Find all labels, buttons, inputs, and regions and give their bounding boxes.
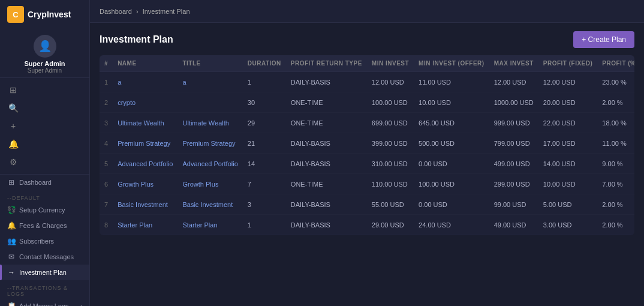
plan-name-link[interactable]: crypto — [118, 99, 136, 106]
cell-min-invest: 699.00 USD — [367, 113, 414, 133]
cell-min-invest-offer: 24.00 USD — [414, 215, 489, 235]
plan-name-link[interactable]: Basic Investment — [182, 201, 233, 208]
cell-name: a — [113, 72, 177, 92]
col-min-invest: MIN INVEST — [367, 55, 414, 72]
plan-name-link[interactable]: Premium Strategy — [182, 140, 235, 147]
plan-name-link[interactable]: Ultimate Wealth — [118, 119, 164, 127]
cell-num: 5 — [100, 154, 113, 174]
profile-name: Super Admin — [24, 60, 65, 67]
col-num: # — [100, 55, 113, 72]
section-transactions: --TRANSACTIONS & LOGS — [0, 280, 89, 298]
cell-num: 2 — [100, 92, 113, 113]
breadcrumb-current: Investment Plan — [143, 8, 190, 15]
home-icon[interactable]: ⊞ — [5, 82, 22, 98]
breadcrumb-home[interactable]: Dashboard — [100, 8, 132, 15]
investment-plan-table-wrap: # NAME TITLE DURATION PROFIT RETURN TYPE… — [100, 55, 634, 235]
messages-icon: ✉ — [7, 253, 16, 261]
add-icon[interactable]: + — [5, 118, 22, 134]
sidebar-item-dashboard[interactable]: ⊞ Dashboard — [0, 175, 89, 190]
plan-name-link[interactable]: Growth Plus — [118, 181, 154, 188]
cell-title: a — [177, 72, 242, 92]
cell-min-invest: 12.00 USD — [367, 72, 414, 92]
plan-name-link[interactable]: a — [182, 79, 186, 86]
cell-title: Ultimate Wealth — [177, 113, 242, 133]
sidebar-item-contact-messages[interactable]: ✉ Contact Messages — [0, 249, 89, 265]
dashboard-icon: ⊞ — [7, 178, 16, 187]
cell-profit-type: DAILY-BASIS — [286, 215, 367, 235]
cell-duration: 29 — [243, 113, 286, 133]
cell-duration: 1 — [243, 215, 286, 235]
cell-num: 1 — [100, 72, 113, 92]
plan-name-link[interactable]: Advanced Portfolio — [118, 160, 173, 167]
cell-profit-fixed: 10.00 USD — [538, 174, 598, 194]
cell-profit-type: DAILY-BASIS — [286, 72, 367, 92]
sidebar-item-investment-plan[interactable]: → Investment Plan — [0, 265, 89, 280]
col-max-invest: MAX INVEST — [489, 55, 538, 72]
sidebar-item-add-money-logs[interactable]: 📋 Add Money Logs › — [0, 298, 89, 306]
cell-title — [177, 92, 242, 113]
settings-icon[interactable]: ⚙ — [5, 154, 22, 170]
cell-profit-pct: 11.00 % — [597, 133, 634, 154]
cell-title: Starter Plan — [177, 215, 242, 235]
col-profit-fixed: PROFIT (FIXED) — [538, 55, 598, 72]
table-row: 7Basic InvestmentBasic Investment3DAILY-… — [100, 194, 634, 215]
cell-profit-type: ONE-TIME — [286, 92, 367, 113]
cell-min-invest-offer: 500.00 USD — [414, 133, 489, 154]
app-name: CrypInvest — [28, 10, 71, 19]
sidebar-profile: 👤 Super Admin Super Admin — [0, 29, 89, 78]
cell-profit-fixed: 22.00 USD — [538, 113, 598, 133]
cell-name: Growth Plus — [113, 174, 177, 194]
plan-name-link[interactable]: Premium Strategy — [118, 140, 170, 147]
plan-name-link[interactable]: Starter Plan — [182, 221, 217, 229]
col-duration: DURATION — [243, 55, 286, 72]
cell-profit-pct: 18.00 % — [597, 113, 634, 133]
cell-profit-pct: 7.00 % — [597, 174, 634, 194]
cell-duration: 14 — [243, 154, 286, 174]
cell-profit-pct: 2.00 % — [597, 92, 634, 113]
cell-profit-type: DAILY-BASIS — [286, 133, 367, 154]
plan-name-link[interactable]: Growth Plus — [182, 181, 218, 188]
plan-name-link[interactable]: Basic Investment — [118, 201, 168, 208]
cell-max-invest: 99.00 USD — [489, 194, 538, 215]
cell-min-invest-offer: 0.00 USD — [414, 194, 489, 215]
bell-icon[interactable]: 🔔 — [5, 136, 22, 152]
plan-name-link[interactable]: Advanced Portfolio — [182, 160, 237, 167]
cell-max-invest: 49.00 USD — [489, 215, 538, 235]
sidebar-item-subscribers[interactable]: 👥 Subscribers — [0, 233, 89, 249]
topbar: Dashboard › Investment Plan — [90, 0, 644, 23]
cell-profit-fixed: 12.00 USD — [538, 72, 598, 92]
cell-name: Starter Plan — [113, 215, 177, 235]
cell-min-invest: 55.00 USD — [367, 194, 414, 215]
table-row: 6Growth PlusGrowth Plus7ONE-TIME110.00 U… — [100, 174, 634, 194]
sidebar-item-fees-charges[interactable]: 🔔 Fees & Charges — [0, 218, 89, 233]
plan-name-link[interactable]: a — [118, 79, 121, 86]
plan-name-link[interactable]: Ultimate Wealth — [182, 119, 228, 127]
logo-area: C CrypInvest — [0, 0, 89, 29]
cell-profit-fixed: 20.00 USD — [538, 92, 598, 113]
cell-name: Basic Investment — [113, 194, 177, 215]
cell-max-invest: 299.00 USD — [489, 174, 538, 194]
cell-profit-fixed: 14.00 USD — [538, 154, 598, 174]
fees-icon: 🔔 — [7, 221, 16, 230]
cell-profit-type: ONE-TIME — [286, 174, 367, 194]
sidebar-label-investment-plan: Investment Plan — [19, 269, 82, 276]
plan-name-link[interactable]: Starter Plan — [118, 221, 152, 229]
cell-profit-type: DAILY-BASIS — [286, 154, 367, 174]
sidebar-label-add-money-logs: Add Money Logs — [19, 302, 77, 306]
cell-title: Premium Strategy — [177, 133, 242, 154]
search-icon[interactable]: 🔍 — [5, 100, 22, 116]
cell-min-invest-offer: 10.00 USD — [414, 92, 489, 113]
table-row: 8Starter PlanStarter Plan1DAILY-BASIS29.… — [100, 215, 634, 235]
cell-name: crypto — [113, 92, 177, 113]
section-default: --DEFAULT — [0, 190, 89, 202]
add-money-arrow: › — [80, 303, 82, 306]
sidebar: C CrypInvest 👤 Super Admin Super Admin ⊞… — [0, 0, 90, 306]
sidebar-item-setup-currency[interactable]: 💱 Setup Currency — [0, 202, 89, 218]
table-body: 1aa1DAILY-BASIS12.00 USD11.00 USD12.00 U… — [100, 72, 634, 235]
col-profit-pct: PROFIT (%) — [597, 55, 634, 72]
cell-min-invest-offer: 0.00 USD — [414, 154, 489, 174]
cell-max-invest: 499.00 USD — [489, 154, 538, 174]
cell-name: Ultimate Wealth — [113, 113, 177, 133]
create-plan-button[interactable]: + Create Plan — [573, 31, 634, 48]
cell-title: Basic Investment — [177, 194, 242, 215]
